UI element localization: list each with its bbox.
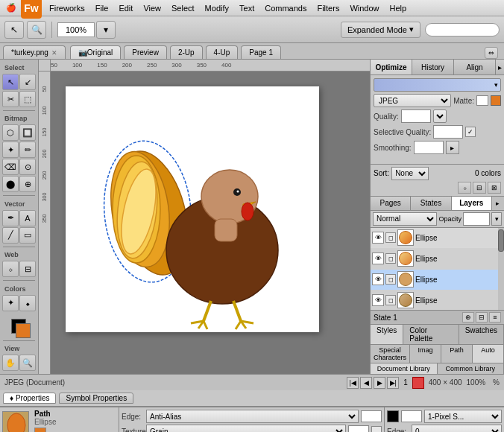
edge-select-2[interactable]: 0 (412, 425, 502, 432)
texture-pct-1[interactable]: 0% (348, 425, 369, 432)
menu-view[interactable]: View (139, 2, 166, 14)
sort-icon-3[interactable]: ⊠ (488, 182, 501, 194)
rp-collapse-btn[interactable]: ▸ (496, 60, 504, 74)
fill-color-swatch[interactable] (34, 428, 46, 432)
zoom-dropdown-btn[interactable]: ▾ (96, 21, 116, 39)
quality-input[interactable]: 99 (401, 109, 431, 123)
original-tab[interactable]: *turkey.png ✕ (3, 45, 66, 59)
opacity-dropdown[interactable]: ▾ (491, 212, 502, 226)
format-select[interactable]: JPEG (374, 94, 451, 107)
layer-item[interactable]: 👁 ◻ Ellipse (371, 270, 498, 290)
zoom-tool[interactable]: 🔍 (19, 355, 36, 371)
hotspot-tool[interactable]: ⬦ (2, 261, 19, 277)
layer-lock-3[interactable]: ◻ (385, 274, 396, 285)
gradient-preset[interactable]: ▾ (374, 78, 501, 92)
stroke-type[interactable]: 1-Pixel S... (424, 410, 502, 423)
dodge-tool[interactable]: ⊕ (19, 176, 36, 192)
rect-tool[interactable]: ▭ (19, 227, 36, 244)
first-frame-btn[interactable]: |◀ (347, 377, 359, 389)
layer-eye-4[interactable]: 👁 (372, 294, 384, 306)
layer-scrollbar[interactable] (498, 228, 504, 311)
menu-help[interactable]: Help (385, 2, 412, 14)
stamp-tool[interactable]: ⬤ (2, 176, 19, 192)
edge-value-1[interactable]: 0 (361, 410, 382, 422)
menu-text[interactable]: Text (235, 2, 259, 14)
record-btn[interactable] (412, 377, 424, 389)
pen-tool[interactable]: ✒ (2, 210, 19, 226)
eraser-tool[interactable]: ⌫ (2, 159, 19, 175)
layer-lock-4[interactable]: ◻ (385, 295, 396, 305)
layer-lock-2[interactable]: ◻ (385, 253, 396, 264)
sort-select[interactable]: None (391, 167, 429, 180)
stroke-size[interactable]: 2 (401, 410, 422, 422)
texture-toggle-1[interactable] (371, 426, 382, 432)
menu-filters[interactable]: Filters (312, 2, 344, 14)
layer-eye-3[interactable]: 👁 (372, 273, 384, 285)
expanded-mode-button[interactable]: Expanded Mode ▾ (341, 22, 420, 38)
subselect-tool[interactable]: ↙ (19, 74, 36, 90)
menu-select[interactable]: Select (167, 2, 199, 14)
layers-collapse[interactable]: ▸ (492, 197, 504, 210)
line-tool[interactable]: ╱ (2, 227, 19, 244)
sort-icon-1[interactable]: ⬦ (458, 182, 471, 194)
blur-tool[interactable]: ⊙ (19, 159, 36, 175)
imag-tab[interactable]: Imag (410, 345, 441, 363)
color-palette-tab[interactable]: Color Palette (403, 325, 459, 344)
tab-2up[interactable]: 2-Up (170, 45, 203, 59)
tab-page[interactable]: Page 1 (241, 45, 281, 59)
path-tab[interactable]: Path (441, 345, 473, 363)
text-tool[interactable]: A (19, 210, 36, 226)
magic-wand-tool[interactable]: ✦ (2, 142, 19, 158)
magnify-tool-btn[interactable]: 🔍 (27, 21, 46, 39)
canvas-content[interactable] (51, 72, 370, 374)
pointer-tool[interactable]: ↖ (2, 74, 19, 90)
menu-modify[interactable]: Modify (201, 2, 233, 14)
states-tab[interactable]: States (411, 197, 451, 210)
styles-tab[interactable]: Styles (371, 325, 403, 344)
edge-select-1[interactable]: Anti-Alias (146, 410, 359, 423)
smoothing-up-btn[interactable]: ▸ (446, 141, 459, 154)
layer-eye-2[interactable]: 👁 (372, 252, 384, 264)
blend-mode-select[interactable]: Normal (373, 212, 437, 226)
crop-tool[interactable]: ✂ (2, 91, 19, 107)
tab-original[interactable]: 📷 Original (70, 45, 121, 59)
tab-4up[interactable]: 4-Up (206, 45, 239, 59)
opacity-input[interactable]: 100% (463, 212, 490, 226)
common-library-tab[interactable]: Common Library (438, 363, 505, 374)
auto-tab[interactable]: Auto (473, 345, 504, 363)
paint-bucket-tool[interactable]: ⬥ (19, 295, 36, 311)
menu-window[interactable]: Window (345, 2, 383, 14)
fit-btn[interactable]: ⇔ (485, 47, 498, 59)
menu-edit[interactable]: Edit (114, 2, 137, 14)
slice-tool[interactable]: ⊟ (19, 261, 36, 277)
layers-tab[interactable]: Layers (452, 197, 492, 210)
special-chars-tab[interactable]: Special Characters (371, 345, 410, 363)
hand-tool[interactable]: ✋ (2, 355, 19, 371)
quality-select[interactable]: ▾ (433, 109, 447, 123)
smoothing-input[interactable]: 0 (414, 141, 444, 154)
marquee-tool[interactable]: ⬡ (2, 124, 19, 141)
search-input[interactable] (425, 23, 500, 36)
matte-color-box[interactable] (476, 95, 488, 106)
properties-tab[interactable]: ♦ Properties (3, 393, 56, 404)
brush-tool[interactable]: ✏ (19, 142, 36, 158)
layer-lock-1[interactable]: ◻ (385, 232, 396, 243)
state-icon-2[interactable]: ⊟ (476, 312, 488, 323)
tab-history[interactable]: History (412, 60, 454, 74)
state-icon-3[interactable]: ≡ (489, 312, 501, 323)
selective-quality-toggle[interactable]: ✓ (465, 127, 476, 137)
layer-eye-1[interactable]: 👁 (372, 232, 384, 244)
texture-select-1[interactable]: Grain (146, 425, 346, 432)
menu-fireworks[interactable]: Fireworks (45, 2, 89, 14)
menu-file[interactable]: File (91, 2, 113, 14)
layer-item[interactable]: 👁 ◻ Ellipse (371, 290, 498, 311)
symbol-properties-tab[interactable]: Symbol Properties (59, 393, 133, 404)
tab-optimize[interactable]: Optimize (371, 60, 412, 74)
tab-align[interactable]: Align (454, 60, 496, 74)
prev-frame-btn[interactable]: ◀ (360, 377, 372, 389)
zoom-input[interactable]: 100% (57, 22, 95, 37)
layer-item[interactable]: 👁 ◻ Ellipse (371, 228, 498, 249)
play-btn[interactable]: ▶ (374, 377, 385, 389)
eyedropper-tool[interactable]: ✦ (2, 295, 19, 311)
document-library-tab[interactable]: Document Library (371, 363, 438, 374)
